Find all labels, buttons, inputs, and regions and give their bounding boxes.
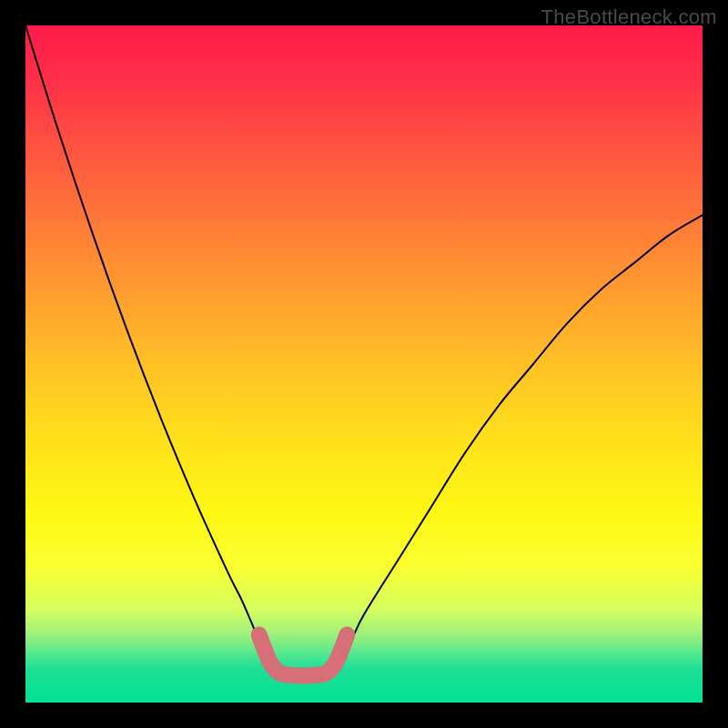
gradient-background: [25, 25, 703, 703]
watermark-text: TheBottleneck.com: [541, 5, 717, 29]
chart-svg: [25, 25, 703, 703]
plot-area: [25, 25, 703, 703]
chart-frame: TheBottleneck.com: [0, 0, 728, 728]
